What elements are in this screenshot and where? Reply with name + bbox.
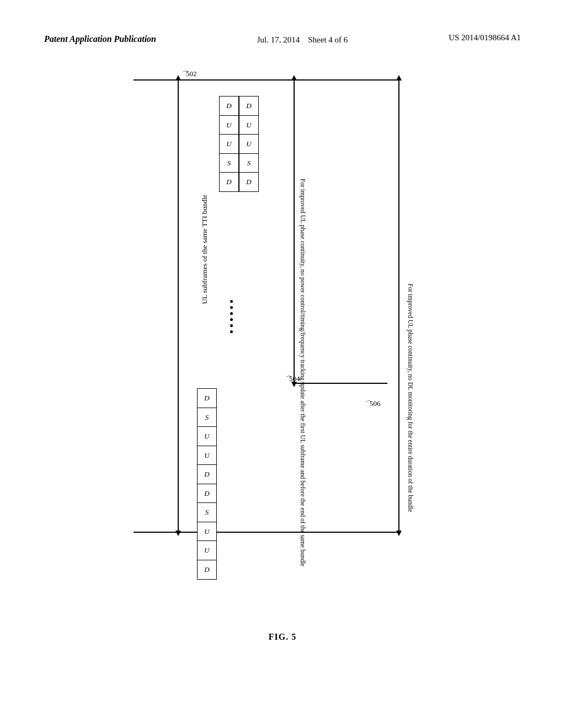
- dot-5: [230, 324, 233, 327]
- rcell-D3: D: [239, 96, 259, 116]
- label-506: 506: [370, 399, 381, 408]
- h-line-504: [294, 383, 387, 384]
- diagram-container: ⌒ 502 UL subframes of the same TTI bundl…: [44, 68, 521, 647]
- rcell-U3: U: [239, 115, 259, 135]
- cell-U1: U: [197, 426, 217, 446]
- header-left: Patent Application Publication: [44, 33, 156, 45]
- diagram-inner: ⌒ 502 UL subframes of the same TTI bundl…: [89, 68, 476, 609]
- text-504: For improved UL phase continuity, no pow…: [299, 179, 307, 566]
- text-506: For improved UL phase continuity, no DL …: [406, 283, 415, 512]
- cell-D2: D: [197, 464, 217, 484]
- cell-D4: D: [197, 560, 217, 580]
- rcell-U1: U: [219, 115, 239, 135]
- cell-U3: U: [197, 522, 217, 542]
- rcell-D4: D: [239, 172, 259, 192]
- dots-area: [230, 300, 233, 333]
- bottom-horizontal-line: [134, 532, 398, 533]
- patent-number: US 2014/0198664 A1: [449, 33, 521, 42]
- cell-S2: S: [197, 502, 217, 522]
- cells-top-right: D U U S D D U U S D: [219, 96, 259, 191]
- cell-U2: U: [197, 446, 217, 465]
- cell-S1: S: [197, 408, 217, 427]
- arrow-504: [294, 79, 295, 383]
- top-horizontal-line: [134, 79, 398, 81]
- label-502: 502: [186, 69, 197, 78]
- col-left-1: D S U U D D S U U D: [197, 388, 217, 579]
- cell-D3: D: [197, 484, 217, 504]
- date-sheet: Jul. 17, 2014 Sheet 4 of 6: [257, 35, 348, 44]
- cells-bottom-left: D S U U D D S U U D: [197, 388, 217, 579]
- col-right-1: D U U S D: [219, 96, 239, 191]
- cell-U4: U: [197, 540, 217, 560]
- header: Patent Application Publication Jul. 17, …: [44, 33, 521, 46]
- header-center: Jul. 17, 2014 Sheet 4 of 6: [257, 33, 348, 46]
- dot-1: [230, 300, 233, 303]
- rcell-S1: S: [219, 153, 239, 173]
- dot-4: [230, 318, 233, 321]
- rcell-D1: D: [219, 96, 239, 116]
- rcell-S2: S: [239, 153, 259, 173]
- arrow-502: [178, 79, 179, 532]
- cell-D1: D: [197, 388, 217, 408]
- col-right-2: D U U S D: [239, 96, 259, 191]
- rcell-U4: U: [239, 134, 259, 154]
- fig-label: FIG. 5: [269, 632, 296, 642]
- dot-2: [230, 306, 233, 309]
- publication-label: Patent Application Publication: [44, 34, 156, 44]
- rcell-D2: D: [219, 172, 239, 192]
- page: Patent Application Publication Jul. 17, …: [0, 0, 565, 728]
- rcell-U2: U: [219, 134, 239, 154]
- dot-3: [230, 312, 233, 315]
- arrow-506: [398, 79, 399, 532]
- dot-6: [230, 330, 233, 333]
- header-right: US 2014/0198664 A1: [449, 33, 521, 42]
- ul-subframes-label: UL subframes of the same TTI bundle: [200, 195, 209, 304]
